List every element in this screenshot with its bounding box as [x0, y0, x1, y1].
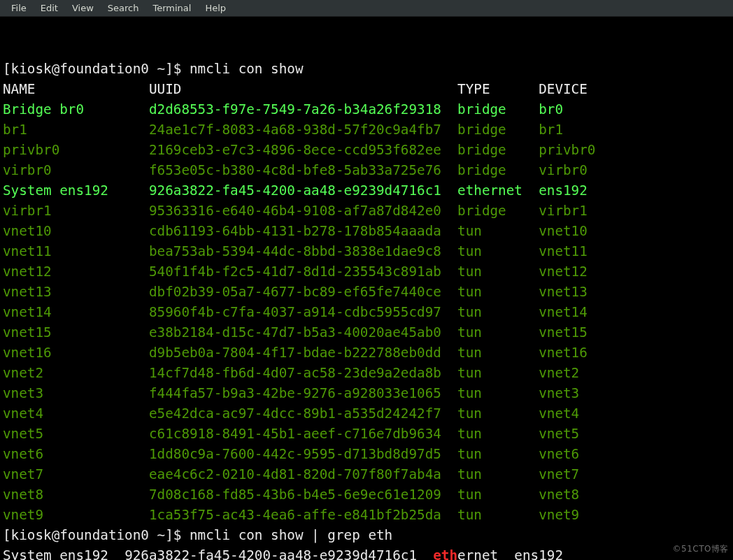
conn-name: vnet4 — [3, 405, 149, 422]
table-row: vnet8 7d08c168-fd85-43b6-b4e5-6e9ec61e12… — [3, 484, 730, 505]
table-row: vnet9 1ca53f75-ac43-4ea6-affe-e841bf2b25… — [3, 505, 730, 525]
conn-uuid: 24ae1c7f-8083-4a68-938d-57f20c9a4fb7 — [149, 122, 457, 138]
conn-device: vnet15 — [539, 324, 604, 340]
conn-device: vnet10 — [539, 223, 604, 239]
conn-device: vnet13 — [539, 284, 604, 300]
conn-device: virbr1 — [539, 203, 604, 219]
conn-device: ens192 — [539, 182, 604, 199]
conn-name: virbr0 — [3, 162, 149, 178]
conn-type: tun — [457, 264, 539, 280]
conn-uuid: 14cf7d48-fb6d-4d07-ac58-23de9a2eda8b — [149, 365, 457, 381]
conn-name: vnet6 — [3, 446, 149, 462]
conn-type: tun — [457, 487, 539, 503]
conn-name: vnet16 — [3, 345, 149, 361]
conn-type: bridge — [457, 203, 539, 219]
command-text: nmcli con show — [190, 61, 304, 77]
table-row: virbr0 f653e05c-b380-4c8d-bfe8-5ab33a725… — [3, 160, 730, 180]
conn-type: tun — [457, 284, 539, 300]
conn-uuid: 540f1f4b-f2c5-41d7-8d1d-235543c891ab — [149, 264, 457, 280]
menu-file[interactable]: File — [4, 1, 34, 15]
conn-device: br0 — [539, 101, 604, 117]
col-uuid: UUID — [149, 81, 457, 97]
conn-uuid: e38b2184-d15c-47d7-b5a3-40020ae45ab0 — [149, 324, 457, 340]
conn-name: vnet11 — [3, 243, 149, 259]
conn-name: vnet7 — [3, 466, 149, 482]
conn-device: vnet2 — [539, 365, 604, 381]
conn-uuid: 926a3822-fa45-4200-aa48-e9239d4716c1 — [149, 182, 457, 199]
menu-help[interactable]: Help — [198, 1, 233, 15]
conn-uuid: 2169ceb3-e7c3-4896-8ece-ccd953f682ee — [149, 142, 457, 158]
conn-device: vnet9 — [539, 507, 604, 523]
conn-uuid: d2d68553-f97e-7549-7a26-b34a26f29318 — [149, 101, 457, 117]
conn-device: vnet7 — [539, 466, 604, 482]
conn-type: tun — [457, 365, 539, 381]
conn-device: vnet12 — [539, 264, 604, 280]
table-row: Bridge br0 d2d68553-f97e-7549-7a26-b34a2… — [3, 99, 730, 120]
table-row: vnet3 f444fa57-b9a3-42be-9276-a928033e10… — [3, 383, 730, 403]
conn-device: vnet6 — [539, 446, 604, 462]
table-row: vnet5 c61c8918-8491-45b1-aeef-c716e7db96… — [3, 424, 730, 444]
conn-uuid: f444fa57-b9a3-42be-9276-a928033e1065 — [149, 385, 457, 401]
conn-uuid: 926a3822-fa45-4200-aa48-e9239d4716c1 — [124, 547, 433, 560]
conn-name: System ens192 — [3, 182, 149, 199]
menubar: FileEditViewSearchTerminalHelp — [0, 0, 733, 17]
conn-device: vnet11 — [539, 243, 604, 259]
prompt-line-1: [kiosk@foundation0 ~]$ nmcli con show — [3, 59, 730, 79]
conn-type: tun — [457, 324, 539, 340]
conn-name: virbr1 — [3, 203, 149, 219]
table-row: vnet14 85960f4b-c7fa-4037-a914-cdbc5955c… — [3, 302, 730, 322]
conn-type: ethernet — [457, 182, 539, 199]
menu-terminal[interactable]: Terminal — [145, 1, 198, 15]
conn-type: bridge — [457, 122, 539, 138]
conn-name: vnet2 — [3, 365, 149, 381]
conn-type: bridge — [457, 142, 539, 158]
conn-uuid: c61c8918-8491-45b1-aeef-c716e7db9634 — [149, 426, 457, 442]
watermark: ©51CTO博客 — [673, 539, 729, 559]
conn-type: bridge — [457, 162, 539, 178]
conn-uuid: 1dd80c9a-7600-442c-9595-d713bd8d97d5 — [149, 446, 457, 462]
conn-name: vnet5 — [3, 426, 149, 442]
conn-device: virbr0 — [539, 162, 604, 178]
conn-name: privbr0 — [3, 142, 149, 158]
conn-type: tun — [457, 304, 539, 320]
table-row: vnet7 eae4c6c2-0210-4d81-820d-707f80f7ab… — [3, 464, 730, 484]
conn-uuid: dbf02b39-05a7-4677-bc89-ef65fe7440ce — [149, 284, 457, 300]
conn-type-tail: ernet — [457, 547, 514, 560]
terminal-area[interactable]: [kiosk@foundation0 ~]$ nmcli con showNAM… — [0, 17, 733, 560]
grep-result-row: System ens192 926a3822-fa45-4200-aa48-e9… — [3, 545, 730, 560]
menu-search[interactable]: Search — [101, 1, 146, 15]
conn-type: tun — [457, 385, 539, 401]
conn-uuid: eae4c6c2-0210-4d81-820d-707f80f7ab4a — [149, 466, 457, 482]
conn-type: tun — [457, 507, 539, 523]
conn-name: vnet13 — [3, 284, 149, 300]
conn-device: br1 — [539, 122, 604, 138]
col-name: NAME — [3, 81, 149, 97]
conn-uuid: d9b5eb0a-7804-4f17-bdae-b222788eb0dd — [149, 345, 457, 361]
conn-device: ens192 — [514, 547, 579, 560]
conn-type: tun — [457, 345, 539, 361]
menu-edit[interactable]: Edit — [34, 1, 65, 15]
conn-uuid: 95363316-e640-46b4-9108-af7a87d842e0 — [149, 203, 457, 219]
conn-uuid: 7d08c168-fd85-43b6-b4e5-6e9ec61e1209 — [149, 487, 457, 503]
table-row: vnet4 e5e42dca-ac97-4dcc-89b1-a535d24242… — [3, 403, 730, 424]
table-row: privbr0 2169ceb3-e7c3-4896-8ece-ccd953f6… — [3, 140, 730, 160]
conn-device: vnet8 — [539, 487, 604, 503]
grep-match: eth — [433, 547, 457, 560]
conn-name: vnet8 — [3, 487, 149, 503]
table-row: System ens192 926a3822-fa45-4200-aa48-e9… — [3, 180, 730, 201]
table-row: vnet10 cdb61193-64bb-4131-b278-178b854aa… — [3, 221, 730, 241]
menu-view[interactable]: View — [65, 1, 101, 15]
table-row: vnet2 14cf7d48-fb6d-4d07-ac58-23de9a2eda… — [3, 363, 730, 383]
table-row: virbr1 95363316-e640-46b4-9108-af7a87d84… — [3, 201, 730, 221]
conn-device: vnet3 — [539, 385, 604, 401]
conn-type: tun — [457, 405, 539, 422]
conn-name: vnet10 — [3, 223, 149, 239]
table-row: vnet11 bea753ab-5394-44dc-8bbd-3838e1dae… — [3, 241, 730, 261]
prompt: [kiosk@foundation0 ~]$ — [3, 61, 190, 77]
conn-name: System ens192 — [3, 547, 124, 560]
table-row: br1 24ae1c7f-8083-4a68-938d-57f20c9a4fb7… — [3, 120, 730, 140]
conn-type: tun — [457, 223, 539, 239]
conn-type: bridge — [457, 101, 539, 117]
table-row: vnet6 1dd80c9a-7600-442c-9595-d713bd8d97… — [3, 444, 730, 464]
conn-type: tun — [457, 426, 539, 442]
